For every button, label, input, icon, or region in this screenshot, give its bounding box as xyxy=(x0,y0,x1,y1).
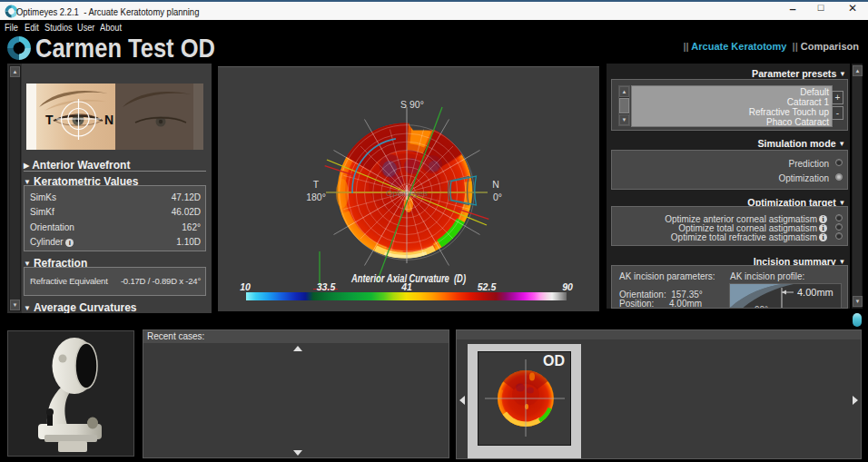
svg-text:41: 41 xyxy=(400,281,412,292)
svg-text:90: 90 xyxy=(562,281,573,292)
svg-text:N: N xyxy=(492,179,499,190)
svg-text:52.5: 52.5 xyxy=(478,281,497,292)
svg-text:33.5: 33.5 xyxy=(317,281,336,292)
svg-text:10: 10 xyxy=(240,281,251,292)
svg-text:4.00mm: 4.00mm xyxy=(797,287,833,298)
svg-text:T: T xyxy=(313,179,320,190)
svg-text:T: T xyxy=(45,113,54,127)
svg-text:180°: 180° xyxy=(306,192,326,202)
svg-text:Optimeyes: Optimeyes xyxy=(386,189,429,198)
svg-text:90°: 90° xyxy=(755,305,768,309)
svg-text:S 90°: S 90° xyxy=(400,99,424,110)
svg-text:N: N xyxy=(104,113,113,127)
svg-text:0°: 0° xyxy=(493,192,502,202)
